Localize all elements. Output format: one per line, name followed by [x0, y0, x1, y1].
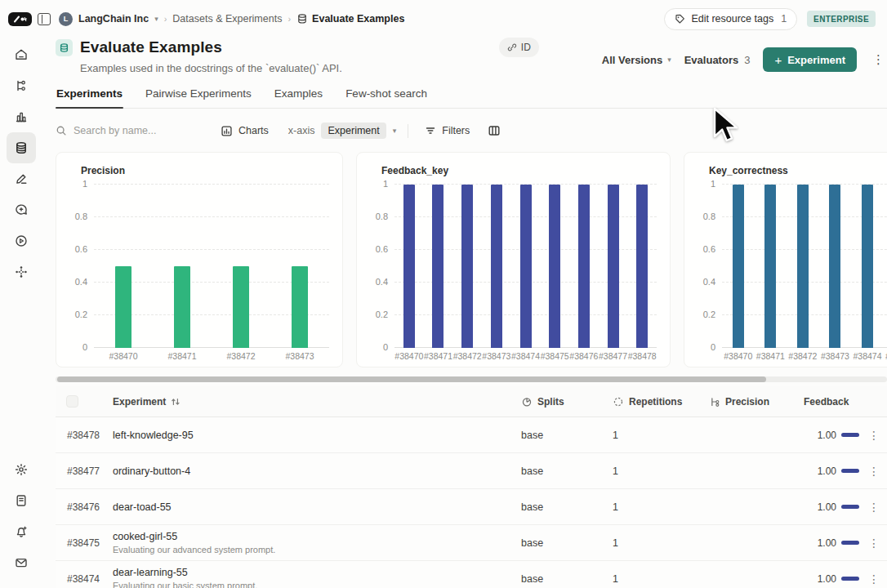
chevron-down-icon[interactable]: ▾	[154, 15, 158, 23]
distribute-icon	[14, 265, 29, 279]
chart-bar[interactable]	[115, 266, 131, 348]
sidebar-item-deployments[interactable]	[7, 256, 36, 287]
home-icon	[14, 47, 29, 62]
chevron-down-icon[interactable]: ▾	[393, 127, 397, 135]
row-kebab-menu[interactable]: ⋮	[861, 501, 887, 514]
charts-button[interactable]: Charts	[216, 122, 274, 140]
org-avatar[interactable]: L	[59, 12, 73, 26]
header-kebab-menu[interactable]: ⋮	[870, 52, 887, 67]
edit-resource-tags-button[interactable]: Edit resource tags 1	[664, 8, 797, 30]
table-row[interactable]: #38474dear-learning-55Evaluating our bas…	[56, 561, 887, 588]
sidebar-item-settings[interactable]	[7, 454, 36, 485]
sidebar-item-annotation[interactable]	[7, 163, 36, 194]
xaxis-selector[interactable]: x-axis Experiment ▾	[288, 122, 396, 139]
tab-experiments[interactable]: Experiments	[56, 87, 123, 108]
column-header-precision: Precision	[709, 396, 804, 408]
sidebar-item-datasets[interactable]	[7, 132, 36, 163]
experiment-description: Evaluating our advanced system prompt.	[113, 545, 521, 555]
chart-bar[interactable]	[578, 185, 590, 348]
y-tick-label: 1	[82, 179, 87, 189]
experiment-name-cell[interactable]: dear-learning-55Evaluating our basic sys…	[113, 567, 521, 588]
tab-examples[interactable]: Examples	[274, 87, 323, 108]
chart-bar[interactable]	[491, 185, 502, 348]
chart-bar[interactable]	[292, 266, 308, 348]
sidebar-toggle-icon[interactable]	[38, 13, 51, 25]
breadcrumb-org[interactable]: LangChain Inc	[78, 13, 149, 24]
columns-button[interactable]	[483, 121, 506, 140]
experiment-name-cell[interactable]: left-knowledge-95	[113, 430, 521, 441]
chart-bar[interactable]	[520, 185, 532, 348]
table-row[interactable]: #38476dear-toad-55base11.00⋮	[56, 489, 887, 525]
chart-bar[interactable]	[432, 185, 444, 348]
row-kebab-menu[interactable]: ⋮	[861, 572, 887, 586]
chart-bar[interactable]	[797, 185, 809, 348]
table-row[interactable]: #38475cooked-girl-55Evaluating our advan…	[56, 525, 887, 561]
sidebar-item-notifications[interactable]	[7, 516, 36, 547]
link-icon	[507, 42, 517, 52]
column-header-experiment[interactable]: Experiment	[113, 396, 521, 408]
experiment-name-cell[interactable]: cooked-girl-55Evaluating our advanced sy…	[113, 531, 521, 555]
branch-icon	[709, 396, 720, 408]
sidebar-item-profile[interactable]	[7, 578, 36, 588]
horizontal-scrollbar[interactable]	[56, 376, 887, 382]
tab-few-shot-search[interactable]: Few-shot search	[345, 87, 428, 108]
y-tick-label: 0.2	[75, 310, 87, 319]
play-circle-icon	[14, 234, 29, 248]
chart-bar[interactable]	[608, 185, 619, 348]
select-all-checkbox[interactable]	[66, 395, 78, 408]
y-tick-label: 0.8	[376, 212, 388, 221]
xaxis-value[interactable]: Experiment	[321, 122, 386, 139]
tab-pairwise-experiments[interactable]: Pairwise Experiments	[145, 87, 252, 108]
feedback-cell: 1.00	[804, 537, 861, 549]
table-row[interactable]: #38478left-knowledge-95base11.00⋮	[56, 417, 887, 453]
sidebar-item-home[interactable]	[7, 39, 36, 70]
plan-badge: ENTERPRISE	[807, 11, 876, 27]
document-icon	[14, 493, 29, 508]
chart-bar[interactable]	[829, 185, 840, 348]
chart-bar[interactable]	[862, 185, 873, 348]
y-tick-label: 0.6	[376, 244, 388, 254]
breadcrumb-page[interactable]: Evaluate Examples	[296, 13, 404, 24]
experiment-name-cell[interactable]: dear-toad-55	[113, 501, 521, 513]
copy-id-button[interactable]: ID	[499, 38, 539, 57]
sidebar-item-prompts[interactable]	[7, 194, 36, 225]
y-tick-label: 0.4	[703, 277, 715, 287]
table-body: #38478left-knowledge-95base11.00⋮#38477o…	[56, 417, 887, 588]
chart-bar[interactable]	[174, 266, 190, 348]
chart-bar[interactable]	[461, 185, 473, 348]
xaxis-label: x-axis	[288, 125, 315, 136]
gear-icon	[14, 462, 29, 477]
sidebar-item-monitoring[interactable]	[7, 101, 36, 132]
experiments-table: Experiment Splits Repetitions	[56, 386, 887, 588]
sort-icon[interactable]	[171, 397, 181, 407]
sidebar-item-mail[interactable]	[7, 547, 36, 578]
evaluators-button[interactable]: Evaluators 3	[684, 54, 751, 66]
feedback-value: 1.00	[818, 573, 836, 585]
row-kebab-menu[interactable]: ⋮	[861, 465, 887, 478]
filters-button[interactable]: Filters	[420, 122, 475, 140]
langsmith-logo[interactable]	[8, 12, 32, 26]
search-box[interactable]	[56, 125, 207, 136]
experiment-id: #38475	[56, 537, 113, 549]
sidebar-item-docs[interactable]	[7, 485, 36, 516]
chart-bar[interactable]	[233, 266, 249, 348]
experiment-name-cell[interactable]: ordinary-button-4	[113, 466, 521, 477]
toolbar-divider	[408, 124, 408, 138]
versions-dropdown[interactable]: All Versions ▾	[602, 54, 671, 66]
chart-bar[interactable]	[764, 185, 776, 348]
experiment-name: left-knowledge-95	[113, 430, 521, 441]
new-experiment-button[interactable]: + Experiment	[763, 47, 857, 72]
chart-bar[interactable]	[403, 185, 415, 348]
sidebar-item-playground[interactable]	[7, 225, 36, 256]
row-kebab-menu[interactable]: ⋮	[861, 537, 887, 550]
chart-bar[interactable]	[733, 185, 744, 348]
chart-bar[interactable]	[549, 185, 560, 348]
chart-bar[interactable]	[636, 185, 648, 348]
breadcrumb-section[interactable]: Datasets & Experiments	[172, 13, 282, 24]
search-input[interactable]	[74, 125, 196, 136]
sidebar-item-tracing[interactable]	[7, 70, 36, 101]
scrollbar-thumb[interactable]	[57, 376, 766, 382]
row-kebab-menu[interactable]: ⋮	[861, 429, 887, 442]
feedback-cell: 1.00	[804, 430, 861, 441]
table-row[interactable]: #38477ordinary-button-4base11.00⋮	[56, 453, 887, 489]
